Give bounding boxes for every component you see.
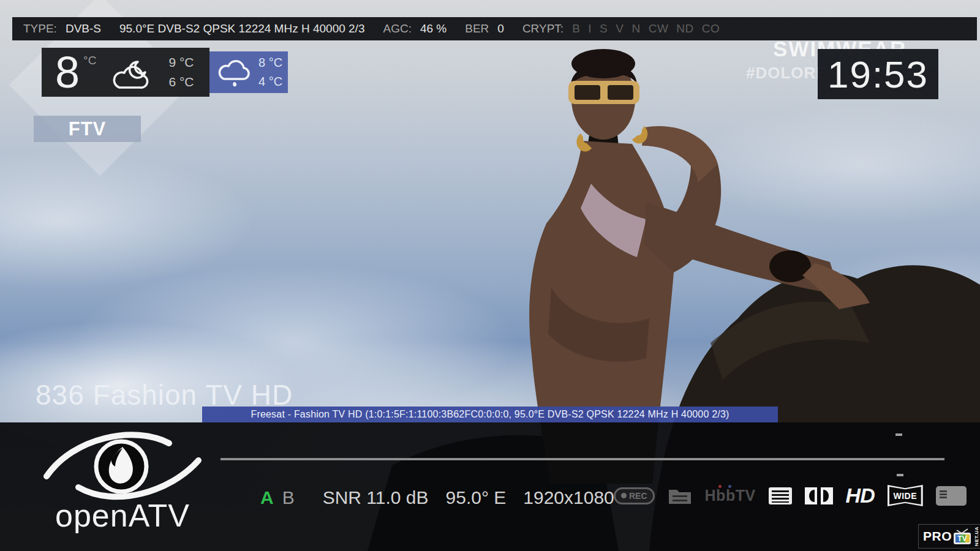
agc-label: AGC: <box>383 22 411 36</box>
crypt-system: CO <box>702 22 720 36</box>
ber-value: 0 <box>497 22 504 36</box>
current-temp-unit: °C <box>83 54 96 67</box>
clock: 19:53 <box>818 49 938 99</box>
rain-cloud-icon <box>216 56 252 89</box>
svg-text:TV: TV <box>957 534 967 543</box>
hbbtv-dot-icon <box>728 485 731 488</box>
tomorrow-temps: 8 °C 4 °C <box>258 56 282 89</box>
openatv-logo: openATV <box>43 424 202 534</box>
widescreen-icon: WIDE <box>888 485 923 506</box>
smartcard-icon <box>936 486 967 506</box>
crypt-label: CRYPT: <box>522 22 564 36</box>
protv-netua-text: NET.UA <box>974 527 979 546</box>
tuner-b-indicator: B <box>282 487 295 508</box>
event-progress-bar <box>221 458 944 460</box>
today-high: 9 °C <box>168 55 194 70</box>
record-label: REC <box>629 491 647 501</box>
orbital-position: 95.0° E <box>446 487 507 508</box>
hd-icon: HD <box>846 484 875 508</box>
type-value: DVB-S <box>66 22 101 36</box>
crypt-system: CW <box>649 22 669 36</box>
channel-number: 836 <box>36 379 85 411</box>
tuner-a-indicator: A <box>260 487 274 508</box>
crypt-system: V <box>616 22 624 36</box>
record-icon: REC <box>614 487 655 504</box>
hbbtv-label: HbbTV <box>705 487 756 504</box>
service-reference-text: Freesat - Fashion TV HD (1:0:1:5F:1:1100… <box>251 409 729 420</box>
snr-value: SNR 11.0 dB <box>323 487 429 508</box>
agc-value: 46 % <box>420 22 447 36</box>
openatv-eye-icon <box>43 424 202 502</box>
hbbtv-dot-icon <box>718 485 722 488</box>
crypt-systems: B I S V N CW ND CO <box>572 22 720 36</box>
today-temps: 9 °C 6 °C <box>168 55 194 89</box>
next-event-remaining: - <box>897 474 903 476</box>
crypt-system: N <box>631 22 640 36</box>
tomorrow-low: 4 °C <box>258 75 282 89</box>
video-resolution: 1920x1080 <box>523 487 614 508</box>
channel-badge: FTV <box>34 116 141 142</box>
openatv-logo-text: openATV <box>43 497 202 534</box>
playlist-icon <box>668 487 692 505</box>
moon-cloud-icon <box>106 53 157 91</box>
tv-screen: TYPE: DVB-S 95.0°E DVB-S2 QPSK 12224 MHz… <box>0 0 980 551</box>
today-low: 6 °C <box>168 75 194 89</box>
crypt-system: ND <box>676 22 693 36</box>
type-label: TYPE: <box>23 22 57 36</box>
clock-time: 19:53 <box>827 53 929 96</box>
weather-widget-today: 8 °C 9 °C 6 °C <box>42 48 209 97</box>
protv-pro-text: PRO <box>923 529 952 544</box>
infobar-panel: openATV - - A B SNR 11.0 dB 95.0° E 1920… <box>0 422 980 551</box>
record-dot-icon <box>621 493 627 498</box>
ber-label: BER <box>465 22 489 36</box>
weather-widget-tomorrow: 8 °C 4 °C <box>209 51 288 93</box>
dolby-icon <box>805 487 833 505</box>
protv-tv-icon: TV <box>952 527 973 546</box>
crypt-system: S <box>600 22 608 36</box>
hbbtv-icon: HbbTV <box>705 487 756 504</box>
widescreen-label: WIDE <box>888 485 923 506</box>
crypt-system: I <box>588 22 592 36</box>
status-icon-row: REC HbbTV <box>614 484 967 508</box>
status-row: A B SNR 11.0 dB 95.0° E 1920x1080 <box>260 487 614 508</box>
transponder-value: 95.0°E DVB-S2 QPSK 12224 MHz H 40000 2/3 <box>119 22 364 36</box>
service-reference-bar: Freesat - Fashion TV HD (1:0:1:5F:1:1100… <box>202 407 778 422</box>
current-temp: 8 <box>55 50 80 94</box>
teletext-icon <box>769 487 792 504</box>
tomorrow-high: 8 °C <box>258 56 282 70</box>
now-event-remaining: - <box>895 433 902 436</box>
protv-watermark: PRO TV NET.UA <box>918 524 980 549</box>
crypt-system: B <box>572 22 580 36</box>
